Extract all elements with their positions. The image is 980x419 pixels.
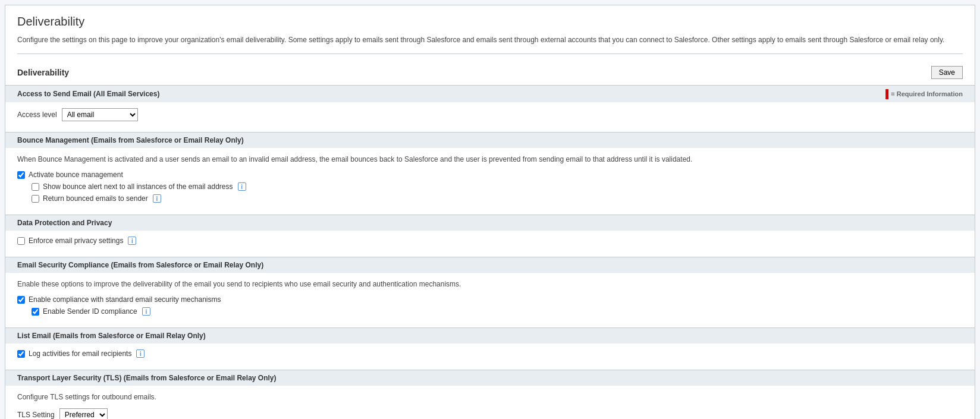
access-level-label: Access level <box>17 111 57 119</box>
page-container: Deliverability Configure the settings on… <box>5 5 975 419</box>
section-header-list-email: List Email (Emails from Salesforce or Em… <box>5 328 975 344</box>
section-title-access: Access to Send Email (All Email Services… <box>17 90 159 98</box>
section-header-tls: Transport Layer Security (TLS) (Emails f… <box>5 370 975 386</box>
section-security: Email Security Compliance (Emails from S… <box>5 257 975 328</box>
page-description: Configure the settings on this page to i… <box>17 34 963 54</box>
section-title-tls: Transport Layer Security (TLS) (Emails f… <box>17 374 276 382</box>
access-level-select[interactable]: All email System email only No access <box>62 108 138 121</box>
section-header-bounce: Bounce Management (Emails from Salesforc… <box>5 133 975 148</box>
tls-setting-row: TLS Setting Preferred Required Verify No… <box>17 408 963 419</box>
section-body-list-email: Log activities for email recipients i <box>5 344 975 370</box>
section-title-list-email: List Email (Emails from Salesforce or Em… <box>17 332 206 340</box>
required-label: = Required Information <box>891 90 963 97</box>
show-alert-info-icon[interactable]: i <box>238 182 246 191</box>
enforce-privacy-label: Enforce email privacy settings <box>29 237 123 245</box>
section-access: Access to Send Email (All Email Services… <box>5 86 975 133</box>
log-activities-row: Log activities for email recipients i <box>17 349 963 358</box>
activate-bounce-label: Activate bounce management <box>29 171 123 179</box>
log-activities-label: Log activities for email recipients <box>29 349 131 358</box>
enable-compliance-checkbox[interactable] <box>17 296 25 304</box>
section-title-bounce: Bounce Management (Emails from Salesforc… <box>17 136 244 144</box>
return-bounced-label: Return bounced emails to sender <box>43 194 148 203</box>
section-title-security: Email Security Compliance (Emails from S… <box>17 261 263 269</box>
enable-compliance-row: Enable compliance with standard email se… <box>17 295 963 304</box>
activate-bounce-checkbox[interactable] <box>17 171 25 179</box>
access-level-row: Access level All email System email only… <box>17 108 963 121</box>
section-title-privacy: Data Protection and Privacy <box>17 219 112 227</box>
show-alert-label: Show bounce alert next to all instances … <box>43 182 233 191</box>
save-button[interactable]: Save <box>931 66 963 79</box>
return-bounced-checkbox[interactable] <box>32 195 39 203</box>
enable-sender-id-info-icon[interactable]: i <box>142 307 150 316</box>
activate-bounce-row: Activate bounce management <box>17 171 963 179</box>
form-header-row: Deliverability Save <box>5 60 975 86</box>
enforce-privacy-info-icon[interactable]: i <box>128 237 136 245</box>
form-title: Deliverability <box>17 68 69 77</box>
section-header-privacy: Data Protection and Privacy <box>5 215 975 231</box>
form-container: Deliverability Save Access to Send Email… <box>5 60 975 419</box>
tls-description: Configure TLS settings for outbound emai… <box>17 392 963 402</box>
section-header-security: Email Security Compliance (Emails from S… <box>5 257 975 273</box>
enable-sender-id-row: Enable Sender ID compliance i <box>32 307 963 316</box>
section-body-access: Access level All email System email only… <box>5 102 975 132</box>
security-description: Enable these options to improve the deli… <box>17 279 963 289</box>
page-header: Deliverability Configure the settings on… <box>5 5 975 60</box>
section-tls: Transport Layer Security (TLS) (Emails f… <box>5 370 975 419</box>
required-marker: ▐ <box>882 89 888 99</box>
section-body-bounce: When Bounce Management is activated and … <box>5 148 975 215</box>
log-activities-checkbox[interactable] <box>17 350 25 358</box>
section-header-access: Access to Send Email (All Email Services… <box>5 86 975 102</box>
section-body-security: Enable these options to improve the deli… <box>5 273 975 327</box>
log-activities-info-icon[interactable]: i <box>136 349 145 358</box>
page-title: Deliverability <box>17 15 963 29</box>
tls-setting-label: TLS Setting <box>17 411 55 419</box>
enforce-privacy-row: Enforce email privacy settings i <box>17 237 963 245</box>
show-alert-checkbox[interactable] <box>32 183 39 191</box>
section-privacy: Data Protection and Privacy Enforce emai… <box>5 215 975 257</box>
bounce-description: When Bounce Management is activated and … <box>17 154 963 165</box>
tls-setting-select[interactable]: Preferred Required Verify None <box>59 408 108 419</box>
section-bounce: Bounce Management (Emails from Salesforc… <box>5 133 975 215</box>
return-bounced-row: Return bounced emails to sender i <box>32 194 963 203</box>
return-bounced-info-icon[interactable]: i <box>153 194 161 203</box>
section-list-email: List Email (Emails from Salesforce or Em… <box>5 328 975 370</box>
enable-sender-id-label: Enable Sender ID compliance <box>43 307 137 316</box>
enable-sender-id-checkbox[interactable] <box>32 308 39 316</box>
enable-compliance-label: Enable compliance with standard email se… <box>29 295 221 304</box>
section-body-privacy: Enforce email privacy settings i <box>5 231 975 257</box>
enforce-privacy-checkbox[interactable] <box>17 237 25 245</box>
required-info: ▐ = Required Information <box>882 89 963 99</box>
show-alert-row: Show bounce alert next to all instances … <box>32 182 963 191</box>
section-body-tls: Configure TLS settings for outbound emai… <box>5 386 975 419</box>
